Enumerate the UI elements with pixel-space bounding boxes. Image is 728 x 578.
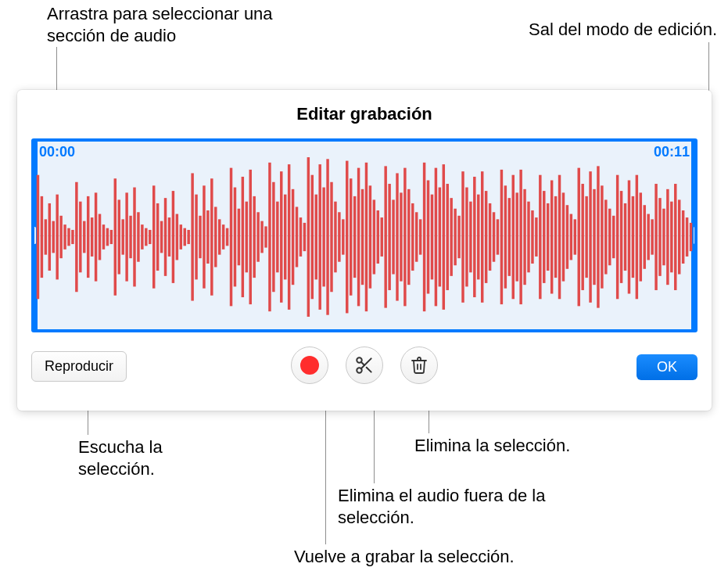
svg-rect-89 (381, 217, 383, 257)
svg-rect-74 (322, 188, 325, 287)
svg-rect-111 (465, 188, 468, 287)
svg-rect-80 (346, 161, 348, 314)
record-button[interactable] (291, 346, 328, 384)
svg-rect-18 (106, 228, 109, 246)
svg-rect-90 (384, 166, 386, 307)
svg-rect-139 (574, 219, 576, 254)
svg-rect-135 (558, 175, 561, 300)
svg-rect-116 (485, 191, 487, 283)
svg-rect-52 (238, 209, 240, 266)
delete-button[interactable] (400, 346, 438, 384)
svg-rect-34 (168, 217, 170, 257)
callout-rerecord: Vuelve a grabar la selección. (294, 546, 622, 568)
callout-exit-edit: Sal del modo de edición. (436, 19, 717, 41)
svg-rect-94 (400, 192, 402, 281)
svg-rect-75 (326, 159, 328, 314)
svg-rect-16 (99, 214, 101, 260)
svg-rect-23 (125, 192, 127, 281)
svg-rect-64 (284, 195, 286, 280)
svg-rect-141 (581, 184, 583, 290)
svg-rect-126 (523, 189, 525, 285)
svg-rect-49 (226, 228, 228, 246)
svg-rect-40 (191, 173, 193, 300)
svg-rect-31 (156, 203, 159, 271)
svg-rect-21 (118, 199, 120, 274)
svg-rect-115 (481, 171, 483, 303)
svg-rect-79 (342, 219, 344, 254)
svg-rect-6 (59, 216, 62, 258)
svg-rect-159 (651, 219, 653, 254)
svg-rect-122 (508, 198, 511, 276)
svg-rect-160 (654, 184, 657, 290)
svg-rect-93 (396, 173, 398, 300)
svg-rect-28 (145, 228, 147, 246)
record-icon (300, 356, 319, 375)
svg-rect-121 (504, 185, 507, 288)
svg-rect-168 (686, 217, 688, 257)
svg-rect-43 (203, 185, 205, 288)
svg-rect-1 (41, 196, 43, 278)
svg-rect-45 (210, 178, 213, 296)
svg-rect-77 (334, 202, 336, 273)
svg-rect-22 (121, 219, 124, 254)
svg-rect-104 (439, 188, 441, 287)
scissors-icon (354, 355, 375, 375)
svg-rect-92 (392, 199, 394, 274)
svg-rect-102 (431, 195, 433, 280)
play-button[interactable]: Reproducir (31, 351, 127, 382)
svg-rect-136 (562, 192, 565, 281)
panel-title: Editar grabación (17, 90, 712, 134)
svg-rect-0 (37, 175, 39, 300)
svg-rect-41 (195, 195, 197, 280)
svg-rect-78 (338, 212, 340, 261)
svg-rect-131 (543, 191, 545, 283)
svg-rect-8 (67, 228, 70, 246)
svg-rect-88 (377, 210, 379, 264)
svg-rect-119 (497, 219, 499, 254)
svg-rect-15 (95, 192, 97, 281)
svg-rect-30 (152, 185, 155, 288)
svg-rect-161 (658, 198, 661, 276)
svg-rect-147 (604, 199, 607, 274)
svg-rect-82 (353, 196, 356, 278)
svg-rect-14 (91, 217, 93, 257)
svg-rect-39 (187, 230, 189, 244)
svg-rect-120 (500, 170, 503, 304)
svg-rect-68 (299, 217, 302, 257)
svg-rect-32 (160, 221, 163, 253)
svg-rect-142 (585, 196, 587, 278)
svg-rect-143 (589, 171, 591, 303)
svg-rect-50 (230, 168, 232, 307)
svg-rect-105 (443, 164, 445, 310)
svg-rect-11 (79, 202, 81, 273)
svg-rect-106 (446, 184, 449, 290)
svg-rect-10 (75, 182, 77, 292)
trim-button[interactable] (346, 346, 383, 384)
svg-rect-84 (361, 189, 364, 285)
svg-rect-123 (512, 175, 515, 300)
svg-rect-144 (593, 189, 595, 285)
svg-rect-108 (454, 209, 456, 266)
svg-rect-76 (330, 182, 332, 292)
svg-rect-29 (149, 230, 151, 244)
callout-line (325, 396, 326, 544)
ok-button[interactable]: OK (637, 354, 698, 380)
svg-rect-164 (670, 202, 672, 273)
svg-rect-150 (616, 175, 619, 300)
svg-rect-148 (608, 209, 611, 266)
svg-rect-25 (133, 188, 135, 287)
svg-rect-156 (640, 192, 642, 281)
svg-rect-107 (450, 198, 452, 276)
svg-rect-48 (222, 224, 224, 250)
svg-rect-124 (515, 192, 518, 281)
svg-rect-60 (268, 163, 271, 311)
svg-rect-37 (180, 224, 182, 250)
svg-rect-153 (628, 181, 630, 294)
waveform-selection[interactable]: 00:00 00:11 (31, 138, 698, 332)
svg-rect-117 (489, 203, 491, 271)
svg-rect-167 (682, 210, 684, 264)
svg-rect-66 (292, 189, 294, 285)
svg-line-174 (361, 362, 364, 365)
svg-rect-86 (369, 185, 371, 288)
svg-rect-70 (307, 157, 310, 317)
